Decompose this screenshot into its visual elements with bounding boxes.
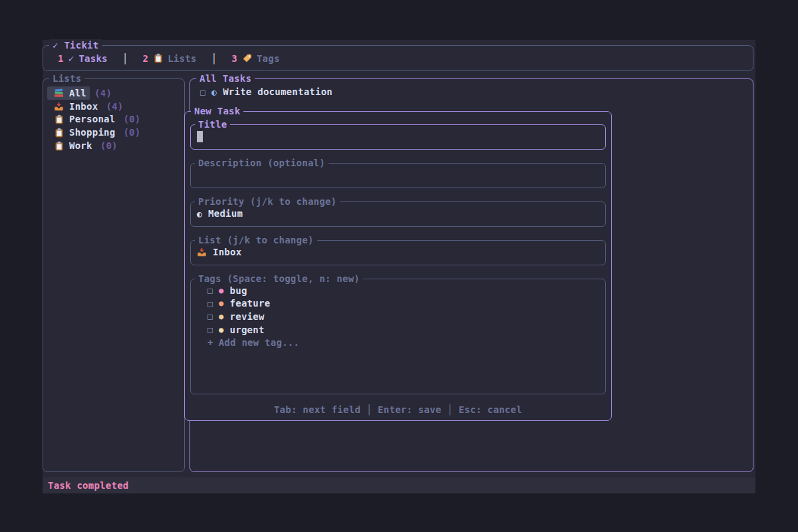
tags-label: Tags (Space: toggle, n: new) bbox=[195, 273, 363, 285]
row: Inbox bbox=[47, 100, 101, 113]
status-message: Task completed bbox=[48, 480, 129, 491]
list-name: Inbox bbox=[69, 101, 98, 112]
tab-bar: 1 ✓ Tasks │ 2 Lists │ 3 Tags bbox=[43, 46, 753, 70]
sidebar-item-personal[interactable]: Personal (0) bbox=[43, 113, 184, 126]
tab-tags[interactable]: 3 Tags bbox=[231, 53, 279, 64]
modal-keyboard-hint: Tab: next field │ Enter: save │ Esc: can… bbox=[185, 404, 611, 415]
status-bar: Task completed bbox=[43, 477, 755, 493]
list-label: List (j/k to change) bbox=[195, 234, 317, 246]
tag-color-dot: ● bbox=[219, 312, 223, 321]
tab-key: 3 bbox=[231, 53, 237, 64]
tag-option-bug[interactable]: □ ● bug bbox=[207, 284, 605, 297]
tasks-panel-title: All Tasks bbox=[196, 72, 255, 84]
header-panel: ✓ Tickit 1 ✓ Tasks │ 2 Lists │ 3 T bbox=[43, 45, 753, 71]
list-count: (0) bbox=[123, 127, 140, 138]
check-icon: ✓ bbox=[53, 40, 59, 51]
tag-name: review bbox=[230, 311, 265, 322]
tab-key: 2 bbox=[142, 53, 148, 64]
list-count: (4) bbox=[106, 101, 123, 112]
task-title: Write documentation bbox=[223, 86, 332, 97]
list-name: All bbox=[69, 88, 86, 98]
row: Shopping bbox=[47, 126, 118, 139]
priority-label: Priority (j/k to change) bbox=[195, 196, 340, 207]
title-label: Title bbox=[195, 118, 230, 130]
app-title: ✓ Tickit bbox=[49, 39, 102, 51]
clipboard-icon bbox=[153, 53, 163, 63]
tab-lists[interactable]: 2 Lists bbox=[142, 53, 196, 64]
sidebar-item-shopping[interactable]: Shopping (0) bbox=[43, 126, 184, 139]
checkbox-icon[interactable]: □ bbox=[207, 311, 213, 321]
title-field[interactable]: Title bbox=[190, 124, 606, 150]
check-icon: ✓ bbox=[68, 53, 74, 64]
tab-key: 1 bbox=[58, 53, 64, 64]
list-value: Inbox bbox=[213, 247, 241, 257]
priority-medium-icon: ◐ bbox=[211, 87, 217, 97]
new-task-modal: New Task Title Description (optional) Pr… bbox=[184, 111, 612, 421]
text-cursor bbox=[197, 131, 203, 142]
tag-option-feature[interactable]: □ ● feature bbox=[207, 297, 605, 311]
tab-tasks[interactable]: 1 ✓ Tasks bbox=[58, 53, 108, 64]
inbox-icon bbox=[54, 102, 64, 111]
tab-divider: │ bbox=[122, 53, 128, 64]
list-count: (4) bbox=[94, 88, 112, 98]
books-icon bbox=[54, 88, 64, 98]
tag-name: bug bbox=[230, 285, 247, 296]
lists-sidebar: Lists All (4) Inbox (4) bbox=[43, 78, 185, 472]
selected-row-highlight: All bbox=[47, 86, 90, 100]
list-count: (0) bbox=[100, 140, 118, 151]
tab-label: Tasks bbox=[78, 53, 107, 64]
task-row[interactable]: □ ◐ Write documentation bbox=[190, 79, 753, 97]
tag-name: urgent bbox=[230, 325, 265, 335]
priority-field[interactable]: Priority (j/k to change) ◐ Medium bbox=[190, 201, 606, 227]
list-count: (0) bbox=[123, 114, 140, 124]
row: Personal bbox=[47, 113, 118, 126]
description-field[interactable]: Description (optional) bbox=[190, 163, 606, 188]
list-name: Shopping bbox=[69, 127, 115, 138]
add-new-tag-label: Add new tag... bbox=[219, 337, 300, 348]
tags-field[interactable]: Tags (Space: toggle, n: new) □ ● bug □ ●… bbox=[190, 279, 606, 394]
row: Work bbox=[47, 139, 96, 152]
tab-label: Tags bbox=[257, 53, 280, 64]
list-field[interactable]: List (j/k to change) Inbox bbox=[190, 240, 606, 265]
tag-icon bbox=[242, 54, 252, 63]
tab-divider: │ bbox=[211, 53, 217, 64]
clipboard-icon bbox=[54, 128, 64, 138]
list-name: Work bbox=[69, 140, 92, 151]
tag-name: feature bbox=[230, 298, 271, 309]
sidebar-item-work[interactable]: Work (0) bbox=[43, 139, 184, 152]
checkbox-icon[interactable]: □ bbox=[207, 299, 213, 309]
plus-icon: + bbox=[207, 337, 213, 348]
description-label: Description (optional) bbox=[195, 157, 329, 169]
list-items: All (4) Inbox (4) Personal bbox=[43, 79, 184, 152]
sidebar-title: Lists bbox=[49, 72, 84, 84]
modal-title: New Task bbox=[191, 105, 243, 117]
inbox-icon bbox=[197, 247, 207, 257]
priority-medium-icon: ◐ bbox=[197, 209, 202, 219]
app-window: ✓ Tickit 1 ✓ Tasks │ 2 Lists │ 3 T bbox=[43, 40, 755, 493]
tag-option-review[interactable]: □ ● review bbox=[207, 310, 605, 323]
tag-color-dot: ● bbox=[219, 299, 223, 308]
list-name: Personal bbox=[69, 114, 115, 124]
sidebar-item-inbox[interactable]: Inbox (4) bbox=[43, 100, 184, 113]
clipboard-icon bbox=[54, 114, 64, 124]
add-new-tag-button[interactable]: + Add new tag... bbox=[207, 336, 605, 349]
checkbox-icon[interactable]: □ bbox=[207, 325, 213, 334]
sidebar-item-all[interactable]: All (4) bbox=[43, 86, 184, 100]
tag-option-urgent[interactable]: □ ● urgent bbox=[207, 323, 605, 336]
tag-color-dot: ● bbox=[219, 325, 223, 334]
priority-value: Medium bbox=[208, 208, 243, 219]
checkbox-icon[interactable]: □ bbox=[207, 285, 213, 295]
tab-label: Lists bbox=[168, 53, 196, 64]
checkbox-icon[interactable]: □ bbox=[200, 87, 205, 97]
tag-color-dot: ● bbox=[219, 286, 223, 295]
clipboard-icon bbox=[54, 141, 64, 151]
